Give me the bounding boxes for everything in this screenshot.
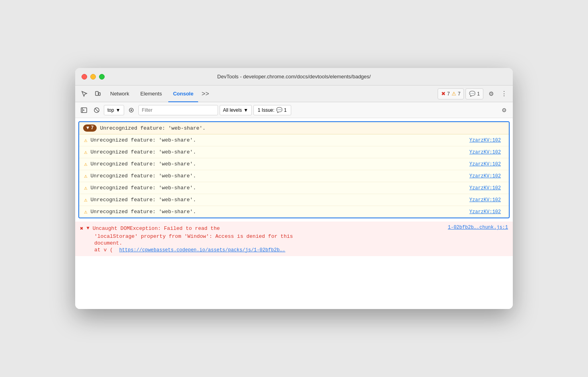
warning-item-text: Unrecognized feature: 'web-share'. (90, 209, 196, 215)
list-item: ⚠ Unrecognized feature: 'web-share'. Yza… (79, 206, 509, 218)
title-bar: DevTools - developer.chrome.com/docs/dev… (75, 68, 513, 86)
inspect-element-button[interactable] (78, 88, 90, 100)
error-count: 7 (447, 91, 450, 97)
warning-item-text: Unrecognized feature: 'web-share'. (90, 137, 196, 143)
warning-item-link-1[interactable]: YzarzKV:102 (469, 150, 504, 155)
list-item: ⚠ Unrecognized feature: 'web-share'. Yza… (79, 158, 509, 170)
warning-item-text: Unrecognized feature: 'web-share'. (90, 149, 196, 155)
error-at-link[interactable]: https://cpwebassets.codepen.io/assets/pa… (119, 247, 286, 253)
console-content: ▼ 7 Unrecognized feature: 'web-share'. ⚠… (75, 118, 513, 309)
warning-triangle-icon: ⚠ (84, 149, 87, 155)
filter-input[interactable] (138, 105, 218, 115)
warning-item-link-6[interactable]: YzarzKV:102 (469, 209, 504, 215)
warning-triangle-icon: ⚠ (84, 137, 87, 144)
error-icon: ✖ (441, 91, 446, 97)
context-selector[interactable]: top ▼ (104, 105, 124, 115)
minimize-button[interactable] (90, 74, 96, 80)
devtools-window: DevTools - developer.chrome.com/docs/dev… (75, 68, 513, 309)
svg-rect-0 (95, 91, 98, 95)
warning-triangle-icon: ⚠ (84, 196, 87, 203)
sidebar-toggle-button[interactable] (78, 105, 90, 116)
warn-icon: ⚠ (452, 91, 456, 97)
error-warning-badge[interactable]: ✖ 7 ⚠ 7 (438, 88, 464, 99)
devtools-toolbar: Network Elements Console >> ✖ 7 ⚠ 7 💬 1 … (75, 86, 513, 102)
list-item: ⚠ Unrecognized feature: 'web-share'. Yza… (79, 134, 509, 146)
warning-item-text: Unrecognized feature: 'web-share'. (90, 161, 196, 167)
issue-icon: 💬 (276, 107, 282, 113)
list-item: ⚠ Unrecognized feature: 'web-share'. Yza… (79, 182, 509, 194)
issue-count: 1 (284, 107, 287, 113)
tab-console[interactable]: Console (168, 88, 198, 100)
log-levels-label: All levels (223, 107, 242, 113)
warning-item-link-5[interactable]: YzarzKV:102 (469, 197, 504, 203)
warning-triangle-icon: ⚠ (84, 208, 87, 215)
warning-item-link-3[interactable]: YzarzKV:102 (469, 173, 504, 179)
log-levels-arrow: ▼ (243, 107, 248, 113)
error-at-line: at v ( https://cpwebassets.codepen.io/as… (80, 247, 508, 253)
error-expand-arrow[interactable]: ▼ (86, 225, 89, 231)
error-line-2: 'localStorage' property from 'Window': A… (80, 233, 508, 239)
device-toolbar-button[interactable] (92, 88, 104, 100)
error-main-text: Uncaught DOMException: Failed to read th… (93, 225, 442, 233)
warning-item-text: Unrecognized feature: 'web-share'. (90, 185, 196, 191)
traffic-lights (82, 74, 105, 80)
warning-item-link-2[interactable]: YzarzKV:102 (469, 161, 504, 167)
message-count: 1 (477, 91, 480, 97)
clear-console-button[interactable] (91, 105, 102, 116)
more-options-button[interactable]: ⋮ (498, 88, 510, 99)
console-toolbar: top ▼ All levels ▼ 1 Issue: 💬 1 ⚙ (75, 102, 513, 118)
warning-item-link-0[interactable]: YzarzKV:102 (469, 138, 504, 143)
svg-rect-1 (99, 93, 100, 95)
live-expression-button[interactable] (126, 105, 137, 116)
svg-line-6 (95, 109, 98, 112)
error-line-3: document. (80, 240, 508, 246)
list-item: ⚠ Unrecognized feature: 'web-share'. Yza… (79, 170, 509, 182)
maximize-button[interactable] (99, 74, 105, 80)
warning-group-arrow: ▼ (86, 125, 89, 131)
context-dropdown-arrow: ▼ (116, 107, 121, 113)
issues-button[interactable]: 1 Issue: 💬 1 (253, 105, 291, 115)
issue-label: 1 Issue: (258, 107, 275, 113)
warning-count-badge: ▼ 7 (83, 124, 97, 132)
error-source-link[interactable]: 1-02bfb2b….chunk.js:1 (448, 225, 508, 230)
error-row-header: ✖ ▼ Uncaught DOMException: Failed to rea… (80, 225, 508, 233)
warn-count: 7 (458, 91, 461, 97)
settings-button[interactable]: ⚙ (485, 88, 497, 100)
warning-group-header[interactable]: ▼ 7 Unrecognized feature: 'web-share'. (79, 122, 509, 134)
window-title: DevTools - developer.chrome.com/docs/dev… (217, 74, 371, 80)
warning-group-count: 7 (91, 125, 93, 131)
warning-item-link-4[interactable]: YzarzKV:102 (469, 185, 504, 191)
tab-network[interactable]: Network (105, 88, 134, 100)
console-settings-button[interactable]: ⚙ (498, 105, 510, 116)
warning-group-text: Unrecognized feature: 'web-share'. (100, 125, 205, 131)
warning-item-text: Unrecognized feature: 'web-share'. (90, 197, 196, 203)
context-label: top (107, 107, 114, 113)
svg-point-8 (130, 109, 132, 111)
log-levels-dropdown[interactable]: All levels ▼ (220, 105, 252, 115)
warning-triangle-icon: ⚠ (84, 185, 87, 191)
list-item: ⚠ Unrecognized feature: 'web-share'. Yza… (79, 146, 509, 158)
close-button[interactable] (82, 74, 87, 80)
warning-triangle-icon: ⚠ (84, 173, 87, 179)
error-row: ✖ ▼ Uncaught DOMException: Failed to rea… (75, 222, 513, 256)
message-badge[interactable]: 💬 1 (465, 88, 483, 99)
tab-elements[interactable]: Elements (136, 88, 167, 100)
more-tabs-button[interactable]: >> (200, 88, 211, 99)
error-circle-icon: ✖ (80, 225, 83, 232)
list-item: ⚠ Unrecognized feature: 'web-share'. Yza… (79, 194, 509, 206)
warning-triangle-icon: ⚠ (84, 161, 87, 167)
message-icon: 💬 (469, 91, 475, 97)
warning-group: ▼ 7 Unrecognized feature: 'web-share'. ⚠… (78, 121, 510, 218)
svg-marker-4 (83, 109, 85, 111)
warning-item-text: Unrecognized feature: 'web-share'. (90, 173, 196, 179)
